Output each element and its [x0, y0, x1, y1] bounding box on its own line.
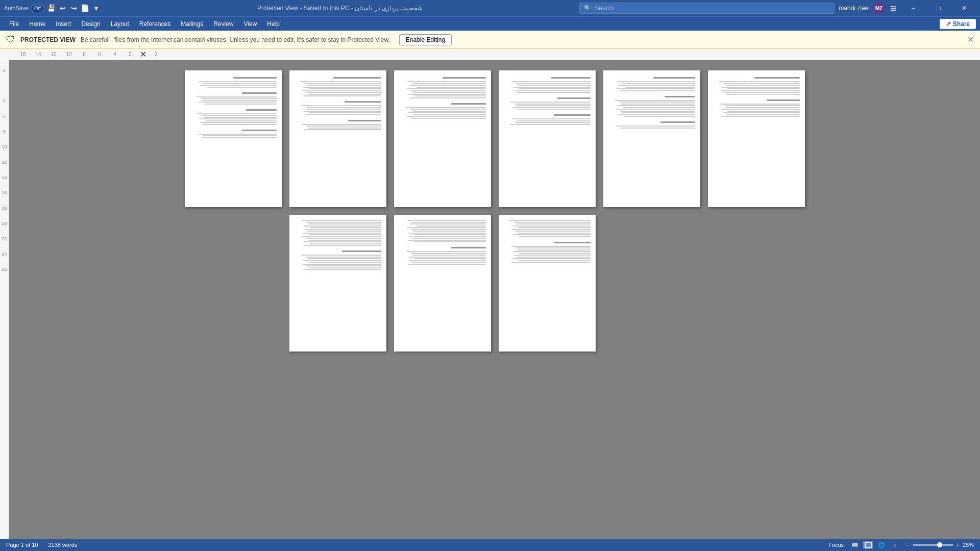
close-protected-bar-button[interactable]: ✕ [967, 35, 974, 44]
vruler-18: 18 [2, 201, 7, 216]
autosave-label: AutoSave [4, 5, 29, 11]
titlebar-center: شخصیت پردازی در داستان - Protected View … [101, 5, 579, 12]
menu-review[interactable]: Review [208, 18, 238, 30]
ruler-mark-12: 12 [46, 52, 61, 57]
protected-message: Be careful—files from the Internet can c… [81, 36, 390, 43]
vruler-14: 14 [2, 170, 7, 185]
ruler-mark-14: 14 [31, 52, 46, 57]
protected-label: PROTECTED VIEW [20, 36, 76, 43]
zoom-out-icon[interactable]: − [906, 542, 909, 548]
titlebar-right: 🔍 mahdi ziaei MZ ⊟ − □ ✕ [579, 0, 976, 16]
ruler-mark-10: 10 [61, 52, 77, 57]
zoom-level: 25% [963, 542, 974, 548]
menu-bar: File Home Insert Design Layout Reference… [0, 16, 980, 31]
main-area: 2 4 6 8 10 12 14 16 18 20 22 24 26 [0, 60, 980, 539]
vruler-26: 26 [2, 262, 7, 277]
window-title: شخصیت پردازی در داستان - Protected View … [257, 5, 423, 12]
menu-home[interactable]: Home [24, 18, 51, 30]
vruler-24: 24 [2, 246, 7, 262]
menu-file[interactable]: File [4, 18, 24, 30]
focus-label[interactable]: Focus [828, 542, 844, 548]
zoom-thumb [937, 542, 942, 547]
word-count: 2138 words [48, 542, 77, 548]
page-thumb-9[interactable] [499, 215, 596, 352]
read-mode-icon[interactable]: 📖 [850, 541, 860, 549]
avatar: MZ [873, 2, 885, 14]
minimize-button[interactable]: − [901, 0, 925, 16]
vruler-4: 4 [3, 93, 6, 109]
close-button[interactable]: ✕ [952, 0, 976, 16]
menu-mailings[interactable]: Mailings [176, 18, 208, 30]
page-info: Page 1 of 10 [6, 542, 38, 548]
share-icon: ↗ [946, 20, 951, 28]
ruler-mark-8: 8 [77, 52, 92, 57]
titlebar-left: AutoSave Off 💾 ↩ ↪ 📄 ▾ [4, 4, 101, 12]
zoom-slider[interactable] [913, 544, 953, 546]
more-icon[interactable]: ▾ [92, 4, 101, 12]
search-icon: 🔍 [584, 5, 592, 12]
enable-editing-button[interactable]: Enable Editing [399, 34, 452, 45]
new-doc-icon[interactable]: 📄 [81, 4, 89, 12]
print-layout-icon[interactable] [863, 541, 873, 549]
undo-icon[interactable]: ↩ [59, 4, 67, 12]
menu-help[interactable]: Help [262, 18, 285, 30]
menu-layout[interactable]: Layout [106, 18, 134, 30]
menu-design[interactable]: Design [76, 18, 105, 30]
vertical-ruler: 2 4 6 8 10 12 14 16 18 20 22 24 26 [0, 60, 9, 539]
save-icon[interactable]: 💾 [47, 4, 56, 12]
ruler-mark-6: 6 [92, 52, 107, 57]
svg-rect-0 [865, 542, 871, 547]
share-button[interactable]: ↗ Share [940, 19, 976, 29]
vruler-22: 22 [2, 231, 7, 246]
status-bar: Page 1 of 10 2138 words Focus 📖 🌐 ≡ − + … [0, 539, 980, 551]
page-thumb-5[interactable] [603, 70, 700, 207]
ruler-mark-2: 2 [122, 52, 138, 57]
page-thumb-3[interactable] [394, 70, 491, 207]
page-thumb-2[interactable] [289, 70, 386, 207]
page-thumb-4[interactable] [499, 70, 596, 207]
vruler-6: 6 [3, 109, 6, 124]
menu-references[interactable]: References [134, 18, 176, 30]
menu-insert[interactable]: Insert [51, 18, 76, 30]
protected-view-bar: 🛡 PROTECTED VIEW Be careful—files from t… [0, 31, 980, 49]
status-right: Focus 📖 🌐 ≡ − + 25% [828, 541, 974, 549]
vruler-8: 8 [3, 124, 6, 139]
zoom-in-icon[interactable]: + [957, 542, 960, 548]
autosave-area: AutoSave Off [4, 5, 44, 12]
vruler-10: 10 [2, 139, 7, 155]
web-layout-icon[interactable]: 🌐 [876, 541, 887, 549]
user-area: mahdi ziaei MZ [839, 2, 885, 14]
view-icons: 📖 🌐 ≡ [850, 541, 900, 549]
username-label: mahdi ziaei [839, 5, 870, 12]
maximize-button[interactable]: □ [927, 0, 950, 16]
ruler-mark-4: 4 [107, 52, 122, 57]
ruler-mark-2b: 2 [149, 52, 164, 57]
document-canvas [9, 60, 980, 539]
zoom-area: − + 25% [906, 542, 974, 548]
display-settings-icon[interactable]: ⊟ [889, 4, 897, 12]
horizontal-ruler: 18 14 12 10 8 6 4 2 ✕ 2 [0, 49, 980, 60]
page-thumb-1[interactable] [185, 70, 282, 207]
vruler-20: 20 [2, 216, 7, 231]
search-box[interactable]: 🔍 [579, 3, 835, 14]
outline-icon[interactable]: ≡ [890, 541, 900, 549]
page-thumb-6[interactable] [708, 70, 805, 207]
search-input[interactable] [595, 5, 830, 12]
shield-icon: 🛡 [6, 34, 15, 45]
vertical-ruler-marks: 2 4 6 8 10 12 14 16 18 20 22 24 26 [2, 63, 7, 277]
page-thumb-8[interactable] [394, 215, 491, 352]
vruler-12: 12 [2, 155, 7, 170]
redo-icon[interactable]: ↪ [70, 4, 78, 12]
window-controls: − □ ✕ [901, 0, 976, 16]
page-thumb-7[interactable] [289, 215, 386, 352]
menu-view[interactable]: View [239, 18, 262, 30]
title-bar: AutoSave Off 💾 ↩ ↪ 📄 ▾ شخصیت پردازی در د… [0, 0, 980, 16]
vruler-16: 16 [2, 185, 7, 201]
vruler-2: 2 [3, 63, 6, 78]
ruler-mark-18: 18 [15, 52, 31, 57]
ruler-marks: 18 14 12 10 8 6 4 2 ✕ 2 [15, 49, 965, 59]
autosave-toggle[interactable]: Off [31, 5, 44, 12]
